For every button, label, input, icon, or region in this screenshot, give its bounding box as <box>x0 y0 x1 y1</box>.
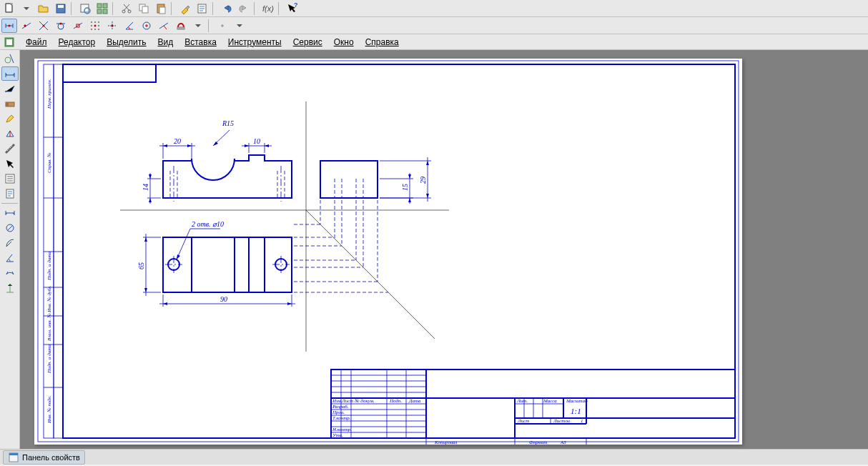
svg-text:Копировал: Копировал <box>434 440 457 445</box>
save-button[interactable] <box>53 1 69 16</box>
tool-parameters-button[interactable] <box>1 127 19 141</box>
help-pointer-button[interactable]: ? <box>285 1 300 16</box>
menu-help[interactable]: Справка <box>360 36 405 49</box>
svg-text:Масштаб: Масштаб <box>566 398 588 404</box>
new-doc-dropdown[interactable] <box>19 1 34 16</box>
tool-select-button[interactable] <box>1 157 19 171</box>
tool-notation-button[interactable] <box>1 81 19 96</box>
snap-midpoint-button[interactable] <box>70 19 86 33</box>
svg-text:Т.контр.: Т.контр. <box>332 415 351 421</box>
cmd-angle-dim-button[interactable] <box>1 251 19 265</box>
cmd-diameter-dim-button[interactable] <box>1 221 19 235</box>
side-view: 15 29 <box>320 157 431 204</box>
tool-edit-button[interactable] <box>1 111 19 126</box>
properties-button[interactable] <box>177 1 193 16</box>
svg-text:Изм.: Изм. <box>332 398 342 404</box>
separator <box>112 2 117 15</box>
snap-off-button[interactable] <box>214 19 230 33</box>
tool-geometry-button[interactable] <box>1 51 19 66</box>
svg-text:Н.контр.: Н.контр. <box>332 427 352 432</box>
svg-point-31 <box>112 24 114 26</box>
menu-view[interactable]: Вид <box>152 36 179 49</box>
show-all-button[interactable] <box>94 1 110 16</box>
top-view: 2 отв. ⌀10 65 90 <box>137 220 295 307</box>
svg-point-29 <box>94 29 96 30</box>
drawing-paper: Перв. примен. Справ. № Подп. и дата Инв.… <box>34 59 742 445</box>
separator <box>254 2 258 15</box>
menu-bar: Файл Редактор Выделить Вид Вставка Инстр… <box>0 34 868 50</box>
copy-button[interactable] <box>136 1 152 16</box>
paste-button[interactable] <box>153 1 169 16</box>
svg-text:Формат: Формат <box>529 440 547 445</box>
svg-text:№ докум.: № докум. <box>354 398 375 404</box>
snap-tangent-button[interactable] <box>53 19 69 33</box>
snap-endpoint-button[interactable] <box>1 19 17 33</box>
snap-intersection-button[interactable] <box>36 19 51 33</box>
undo-button[interactable] <box>219 1 235 16</box>
dim-r15: R15 <box>222 119 234 127</box>
tool-construction-button[interactable] <box>1 96 19 111</box>
projection-lines <box>120 101 449 352</box>
svg-text:Пров.: Пров. <box>332 410 345 415</box>
svg-point-88 <box>275 259 287 270</box>
svg-rect-5 <box>97 4 102 8</box>
dim-10: 10 <box>253 137 260 145</box>
menu-file[interactable]: Файл <box>20 36 53 49</box>
svg-text:?: ? <box>294 3 298 9</box>
tool-measure-button[interactable] <box>1 142 19 156</box>
svg-rect-46 <box>54 64 63 438</box>
snap-grid-button[interactable] <box>87 19 103 33</box>
menu-insert[interactable]: Вставка <box>179 36 222 49</box>
new-doc-button[interactable] <box>1 1 17 16</box>
svg-text:Разраб.: Разраб. <box>332 404 349 410</box>
separator <box>278 2 282 15</box>
svg-rect-14 <box>159 7 165 14</box>
svg-text:1: 1 <box>581 418 583 424</box>
svg-text:Масса: Масса <box>543 398 557 404</box>
dim-90: 90 <box>220 295 227 303</box>
properties-panel-button[interactable]: Панель свойств <box>3 450 85 465</box>
print-preview-button[interactable] <box>77 1 93 16</box>
canvas-viewport[interactable]: Перв. примен. Справ. № Подп. и дата Инв.… <box>20 50 868 449</box>
menu-tools[interactable]: Инструменты <box>222 36 287 49</box>
tool-reports-button[interactable] <box>1 187 19 201</box>
menu-window[interactable]: Окно <box>328 36 360 49</box>
open-button[interactable] <box>36 1 51 16</box>
cmd-arc-dim-button[interactable] <box>1 266 19 280</box>
svg-rect-54 <box>63 64 156 82</box>
svg-rect-82 <box>163 237 292 292</box>
cmd-radius-dim-button[interactable] <box>1 236 19 250</box>
tool-dimensions-button[interactable] <box>1 66 19 81</box>
svg-rect-12 <box>142 6 148 13</box>
side-label-1: Перв. примен. <box>46 79 52 109</box>
menu-editor[interactable]: Редактор <box>53 36 102 49</box>
snap-angle-button[interactable] <box>122 19 137 33</box>
svg-rect-43 <box>38 61 739 442</box>
svg-point-37 <box>5 91 6 92</box>
svg-rect-71 <box>320 161 378 198</box>
menu-select[interactable]: Выделить <box>101 36 152 49</box>
side-label-5: Взам. инв. № <box>46 313 52 341</box>
svg-rect-7 <box>97 9 102 14</box>
properties-icon <box>8 452 19 463</box>
snap-center-button[interactable] <box>139 19 154 33</box>
menu-service[interactable]: Сервис <box>287 36 328 49</box>
variables-button[interactable]: f(x) <box>260 1 276 16</box>
snap-off-dropdown[interactable] <box>232 19 247 33</box>
svg-text:А3: А3 <box>560 440 566 445</box>
format-button[interactable] <box>194 1 210 16</box>
svg-point-23 <box>94 21 96 23</box>
cmd-height-dim-button[interactable] <box>1 281 19 295</box>
snap-nearest-button[interactable] <box>19 19 34 33</box>
snap-perpendicular-button[interactable] <box>156 19 172 33</box>
snap-xy-button[interactable] <box>104 19 120 33</box>
snap-toggle-button[interactable] <box>173 19 189 33</box>
svg-point-20 <box>60 22 62 24</box>
snap-config-dropdown[interactable] <box>190 19 206 33</box>
cut-button[interactable] <box>119 1 134 16</box>
tool-spec-button[interactable] <box>1 172 19 186</box>
svg-point-18 <box>43 24 45 26</box>
cmd-linear-dim-button[interactable] <box>1 206 19 220</box>
menu-icon-button[interactable] <box>1 35 17 49</box>
redo-button[interactable] <box>236 1 252 16</box>
